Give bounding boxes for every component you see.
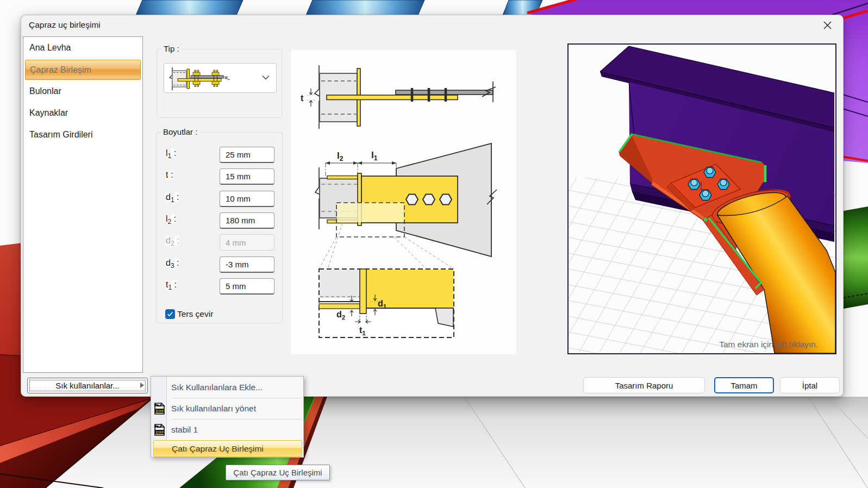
dialog-connection: Çapraz uç birleşimi Ana Levha Çapraz Bir… <box>21 15 844 397</box>
tooltip: Çatı Çapraz Uç Birleşimi <box>226 465 330 480</box>
dimensions-group-label: Boyutlar : <box>161 127 199 136</box>
dim-label-l1: l1 : <box>166 148 176 160</box>
diagram-plan-view: l2 l1 <box>315 143 497 269</box>
svg-text:DXF: DXF <box>156 409 164 414</box>
dim-row-l1: l1 : <box>157 147 282 163</box>
menu-item-cati-capraz[interactable]: Çatı Çapraz Uç Birleşimi <box>153 440 302 457</box>
list-item-capraz-birlesim[interactable]: Çapraz Birleşim <box>25 60 141 80</box>
dim-input-d3[interactable] <box>220 256 274 273</box>
connection-diagram: t <box>291 50 517 355</box>
ok-button[interactable]: Tamam <box>714 377 774 393</box>
connection-type-combobox[interactable] <box>164 63 277 93</box>
dim-row-d1: d1 : <box>157 191 282 207</box>
connection-diagram-panel: t <box>290 49 517 355</box>
green-beam-right <box>844 207 868 309</box>
list-item-bulonlar[interactable]: Bulonlar <box>23 80 142 102</box>
close-icon[interactable] <box>819 17 835 33</box>
dim-row-t1: t1 : <box>157 278 282 295</box>
preview-caption: Tam ekran için çift tıklayın. <box>719 340 818 349</box>
dxf-file-icon: DXF <box>153 423 166 436</box>
dim-input-t1[interactable] <box>220 278 274 295</box>
dim-label-l2: l2 : <box>166 214 176 226</box>
submenu-arrow-icon <box>140 382 144 389</box>
dimensions-groupbox: Boyutlar : l1 : t : d1 : l2 : d2 : <box>156 132 283 323</box>
ters-cevir-checkbox[interactable] <box>165 309 175 319</box>
checkmark-icon <box>167 311 173 317</box>
list-item-tasarim-girdileri[interactable]: Tasarım Girdileri <box>23 124 142 146</box>
menu-item-stabil-1[interactable]: DXF stabil 1 <box>151 420 303 440</box>
invert-check-row: Ters çevir <box>165 309 213 319</box>
favorites-button[interactable]: Sık kullanılanlar... <box>27 378 148 393</box>
tip-groupbox: Tip : <box>157 49 282 118</box>
list-item-kaynaklar[interactable]: Kaynaklar <box>23 102 142 124</box>
list-item-ana-levha[interactable]: Ana Levha <box>23 37 142 59</box>
dxf-file-icon: DXF <box>153 402 166 415</box>
dim-row-t: t : <box>157 168 282 185</box>
app-screen: Çapraz uç birleşimi Ana Levha Çapraz Bir… <box>0 0 868 488</box>
design-report-button[interactable]: Tasarım Raporu <box>583 377 705 393</box>
menu-item-manage-favorites[interactable]: DXF Sık kullanılanları yönet <box>151 398 303 419</box>
connection-type-thumbnail <box>167 64 235 92</box>
tip-group-label: Tip : <box>161 44 182 53</box>
preview-3d-scene <box>569 45 835 353</box>
dim-label-t1: t1 : <box>166 280 177 291</box>
dim-row-d2: d2 : <box>157 234 282 251</box>
dim-l2-label: l2 <box>337 151 344 162</box>
dim-input-t[interactable] <box>220 168 274 185</box>
connection-pages-list: Ana Levha Çapraz Birleşim Bulonlar Kayna… <box>23 36 143 373</box>
cancel-button[interactable]: İptal <box>780 377 840 393</box>
svg-text:DXF: DXF <box>156 430 164 435</box>
dim-row-d3: d3 : <box>157 256 282 273</box>
dim-input-l2[interactable] <box>220 212 274 229</box>
focus-rectangle <box>29 380 146 391</box>
ters-cevir-label: Ters çevir <box>177 309 213 319</box>
dim-input-d2 <box>220 234 274 251</box>
dim-label-d2: d2 : <box>166 236 179 247</box>
dim-l1-label: l1 <box>371 150 378 162</box>
dim-input-l1[interactable] <box>220 147 274 163</box>
dim-t-label: t <box>301 93 304 103</box>
diagram-side-view: t <box>301 65 496 129</box>
dim-label-d3: d3 : <box>166 258 179 270</box>
dim-row-l2: l2 : <box>157 212 282 229</box>
preview-3d-panel[interactable]: Tam ekran için çift tıklayın. <box>567 43 836 354</box>
dim-label-d1: d1 : <box>166 192 179 204</box>
dim-label-t: t : <box>166 170 173 182</box>
menu-item-add-to-favorites[interactable]: Sık Kullanılanlara Ekle... <box>151 377 303 398</box>
dialog-title: Çapraz uç birleşimi <box>29 20 101 30</box>
chevron-down-icon <box>262 75 270 80</box>
dim-input-d1[interactable] <box>220 191 274 207</box>
favorites-context-menu: Sık Kullanılanlara Ekle... DXF Sık kulla… <box>151 376 304 458</box>
diagram-detail-view: d1 d2 t1 <box>319 269 454 337</box>
